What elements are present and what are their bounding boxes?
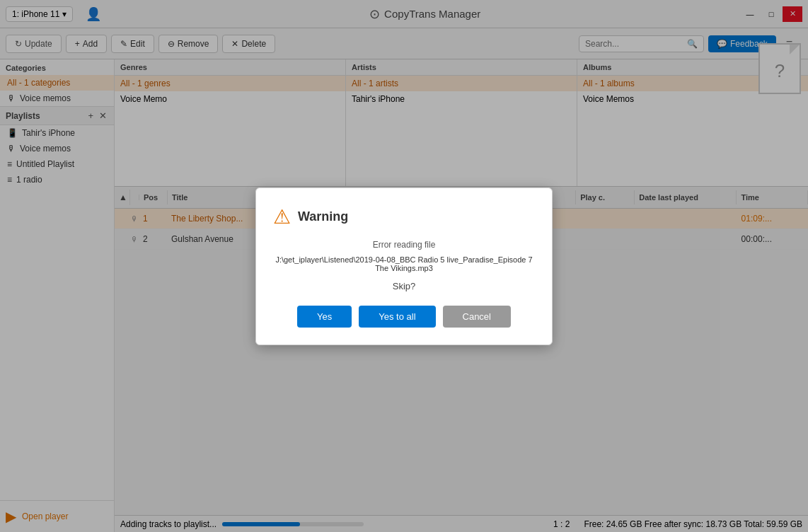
modal-error-label: Error reading file [273, 240, 535, 250]
yes-to-all-button[interactable]: Yes to all [359, 306, 435, 328]
modal-skip-label: Skip? [273, 281, 535, 291]
modal-overlay: ⚠ Warning Error reading file J:\get_ipla… [0, 0, 808, 532]
yes-button[interactable]: Yes [297, 306, 352, 328]
warning-dialog: ⚠ Warning Error reading file J:\get_ipla… [255, 187, 553, 345]
modal-buttons: Yes Yes to all Cancel [273, 306, 535, 328]
warning-icon: ⚠ [273, 205, 291, 229]
modal-title-row: ⚠ Warning [273, 205, 535, 229]
modal-filepath: J:\get_iplayer\Listened\2019-04-08_BBC R… [273, 255, 535, 272]
cancel-button[interactable]: Cancel [443, 306, 511, 328]
modal-title: Warning [298, 209, 348, 224]
